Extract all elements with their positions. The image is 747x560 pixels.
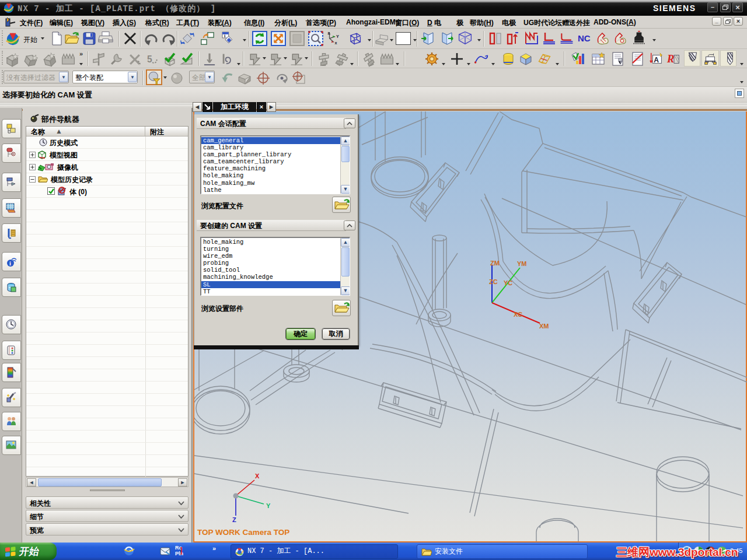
svg-text:YM: YM [517, 260, 527, 267]
svg-text:Y: Y [266, 502, 271, 509]
svg-text:XC: XC [514, 311, 522, 318]
svg-text:X: X [255, 473, 260, 480]
svg-text:Z: Z [232, 516, 236, 523]
svg-text:TOP WORK Camera TOP: TOP WORK Camera TOP [197, 528, 289, 537]
svg-text:x: x [334, 40, 337, 46]
svg-text:YC: YC [504, 279, 512, 286]
svg-text:ZC: ZC [489, 278, 498, 285]
svg-text:5: 5 [147, 54, 152, 64]
svg-text:Y: Y [336, 34, 339, 39]
svg-text:XM: XM [539, 323, 549, 330]
svg-text:i: i [9, 260, 11, 267]
svg-text:R: R [666, 53, 674, 65]
svg-text:z: z [327, 30, 330, 36]
svg-text:ZM: ZM [490, 260, 500, 267]
svg-text:A: A [654, 56, 659, 64]
